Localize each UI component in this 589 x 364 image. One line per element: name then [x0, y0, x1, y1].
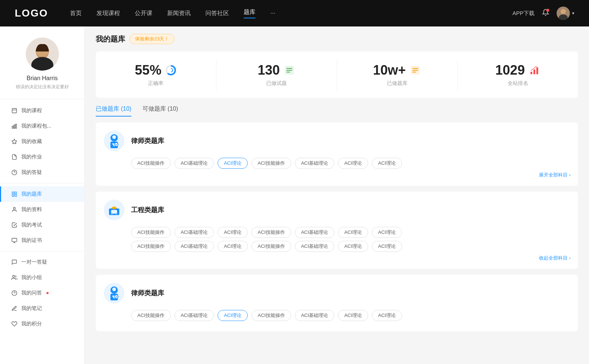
nav-bank[interactable]: 题库	[244, 8, 255, 18]
sidebar-item-certificate[interactable]: 我的证书	[0, 233, 84, 248]
sidebar-item-exam[interactable]: 我的考试	[0, 217, 84, 233]
tag-aci-skill-1[interactable]: ACI技能操作	[131, 158, 171, 169]
tag-eng2-skill-1[interactable]: ACI技能操作	[131, 241, 171, 252]
nav-home[interactable]: 首页	[70, 10, 82, 17]
sidebar-item-my-qa[interactable]: 我的问答	[0, 285, 84, 301]
svg-point-50	[116, 213, 117, 214]
tag-eng-skill-2[interactable]: ACI技能操作	[251, 227, 291, 238]
stat-done-banks-label: 已做题库	[345, 80, 450, 87]
sidebar-item-homework[interactable]: 我的作业	[0, 149, 84, 165]
tag-eng2-basic-1[interactable]: ACI基础理论	[174, 241, 214, 252]
stat-ranking-value: 1029	[495, 63, 525, 78]
lawyer-icon-2	[103, 282, 125, 304]
stat-done-banks-value: 10w+	[373, 63, 406, 78]
bank-tags-engineer-row2: ACI技能操作 ACI基础理论 ACI理论 ACI技能操作 ACI基础理论 AC…	[103, 241, 571, 252]
tab-available[interactable]: 可做题库 (10)	[142, 105, 178, 117]
tag-eng2-basic-2[interactable]: ACI基础理论	[295, 241, 335, 252]
svg-rect-35	[412, 70, 418, 71]
page-title: 我的题库	[96, 34, 125, 44]
sidebar-item-profile[interactable]: 我的资料	[0, 202, 84, 217]
svg-rect-48	[113, 208, 116, 209]
svg-marker-13	[12, 139, 17, 144]
expand-link-1[interactable]: 展开全部科目 ›	[103, 172, 571, 178]
nav-qa[interactable]: 问答社区	[205, 10, 229, 17]
tag-aci-basic-2[interactable]: ACI基础理论	[295, 158, 335, 169]
qa-icon	[11, 290, 18, 296]
svg-rect-18	[12, 195, 14, 196]
logo: LOGO	[15, 7, 48, 19]
tag-eng-basic-1[interactable]: ACI基础理论	[174, 227, 214, 238]
tab-done[interactable]: 已做题库 (10)	[96, 105, 131, 117]
svg-point-54	[112, 288, 116, 291]
svg-rect-34	[412, 68, 418, 69]
tag-eng2-theory-3[interactable]: ACI理论	[372, 241, 402, 252]
sidebar-item-package[interactable]: 我的课程包...	[0, 118, 84, 134]
sidebar-item-course[interactable]: 我的课程	[0, 103, 84, 118]
stat-done-questions-value: 130	[258, 63, 280, 78]
tag-eng2-theory-2[interactable]: ACI理论	[338, 241, 368, 252]
tag-eng-theory-3[interactable]: ACI理论	[372, 227, 402, 238]
stat-ranking-label: 全站排名	[465, 80, 571, 87]
svg-rect-10	[12, 126, 13, 128]
tag-eng-theory-1[interactable]: ACI理论	[218, 227, 248, 238]
sidebar-item-favorites[interactable]: 我的收藏	[0, 134, 84, 149]
svg-rect-16	[12, 192, 14, 194]
notification-dot	[546, 9, 549, 12]
sidebar-item-one-on-one[interactable]: 一对一答疑	[0, 254, 84, 270]
engineer-icon	[103, 199, 125, 221]
tag-eng-basic-2[interactable]: ACI基础理论	[295, 227, 335, 238]
tag-l2-basic-1[interactable]: ACI基础理论	[174, 310, 214, 321]
stat-done-banks: 10w+ 已做题库	[337, 59, 458, 90]
bar-chart-red-icon	[529, 64, 540, 76]
bank-card-lawyer2-header: 律师类题库	[103, 282, 571, 304]
nav-more[interactable]: ···	[270, 10, 275, 17]
tag-l2-basic-2[interactable]: ACI基础理论	[295, 310, 335, 321]
tag-l2-skill-2[interactable]: ACI技能操作	[251, 310, 291, 321]
svg-rect-17	[15, 192, 17, 194]
group-icon	[11, 274, 18, 281]
bank-tags-lawyer-1: ACI技能操作 ACI基础理论 ACI理论 ACI技能操作 ACI基础理论 AC…	[103, 158, 571, 169]
tag-eng-skill-1[interactable]: ACI技能操作	[131, 227, 171, 238]
person-icon	[11, 206, 18, 213]
tag-aci-theory-active[interactable]: ACI理论	[218, 158, 248, 169]
sidebar-item-question-bank[interactable]: 我的题库	[0, 186, 84, 202]
sidebar-item-answers[interactable]: 我的答疑	[0, 165, 84, 180]
tag-aci-theory-2[interactable]: ACI理论	[338, 158, 368, 169]
app-download-btn[interactable]: APP下载	[512, 10, 535, 17]
tag-l2-skill-1[interactable]: ACI技能操作	[131, 310, 171, 321]
nav-discover[interactable]: 发现课程	[96, 10, 120, 17]
sidebar-avatar	[26, 38, 59, 71]
sidebar-item-notes[interactable]: 我的笔记	[0, 301, 84, 316]
tag-aci-skill-2[interactable]: ACI技能操作	[251, 158, 291, 169]
tag-eng2-theory-1[interactable]: ACI理论	[218, 241, 248, 252]
tag-l2-theory-3[interactable]: ACI理论	[372, 310, 402, 321]
sidebar-item-group[interactable]: 我的小组	[0, 270, 84, 285]
bank-tags-lawyer-2: ACI技能操作 ACI基础理论 ACI理论 ACI技能操作 ACI基础理论 AC…	[103, 310, 571, 321]
svg-rect-38	[533, 69, 535, 74]
tag-eng2-skill-2[interactable]: ACI技能操作	[251, 241, 291, 252]
tag-l2-theory-active[interactable]: ACI理论	[218, 310, 248, 321]
nav-news[interactable]: 新闻资讯	[167, 10, 191, 17]
bank-name-engineer: 工程类题库	[131, 206, 164, 214]
main-layout: Brian Harris 错误的决定比没有决定要好 我的课程 我的课程包...	[0, 26, 589, 364]
note-icon	[11, 305, 18, 312]
qa-red-dot	[46, 292, 49, 294]
sidebar-item-points[interactable]: 我的积分	[0, 316, 84, 332]
collapse-link-engineer[interactable]: 收起全部科目 ›	[103, 255, 571, 261]
tag-aci-theory-3[interactable]: ACI理论	[372, 158, 402, 169]
chat-icon	[11, 259, 18, 265]
tag-l2-theory-2[interactable]: ACI理论	[338, 310, 368, 321]
page-header: 我的题库 体验剩余23天！	[96, 34, 578, 44]
user-avatar-wrap[interactable]: ▾	[557, 7, 574, 20]
lawyer-icon	[103, 130, 125, 152]
tag-eng-theory-2[interactable]: ACI理论	[338, 227, 368, 238]
tag-aci-basic-1[interactable]: ACI基础理论	[174, 158, 214, 169]
svg-rect-37	[530, 72, 532, 74]
bank-card-engineer: 工程类题库 ACI技能操作 ACI基础理论 ACI理论 ACI技能操作 ACI基…	[96, 192, 578, 269]
svg-point-49	[111, 213, 113, 214]
cert-icon	[11, 237, 18, 244]
nav-open-course[interactable]: 公开课	[135, 10, 152, 17]
svg-rect-8	[12, 108, 17, 113]
svg-point-22	[13, 275, 14, 277]
notification-bell[interactable]	[542, 9, 549, 18]
